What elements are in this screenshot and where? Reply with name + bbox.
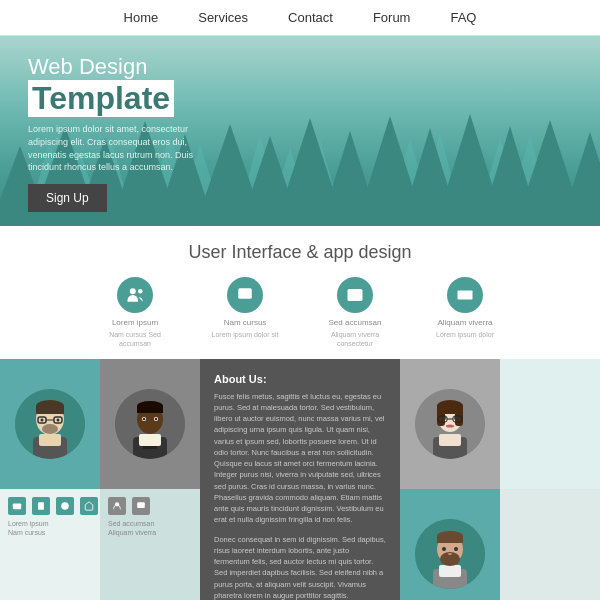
svg-rect-77 (13, 503, 21, 509)
hero-body-text: Lorem ipsum dolor sit amet, consectetur … (28, 123, 228, 173)
icon-grid-bottom-1: Lorem ipsumNam cursus (0, 489, 100, 600)
small-icon-1a (8, 497, 26, 515)
bottom-cell-label-1: Lorem ipsumNam cursus (8, 519, 48, 539)
feature-icon-2 (227, 277, 263, 313)
nav-services[interactable]: Services (198, 10, 248, 25)
svg-point-36 (138, 289, 143, 294)
features-icons: Lorem ipsum Nam cursus Sed accumsan Nam … (20, 277, 580, 349)
grid-cell-5 (500, 359, 600, 489)
avatar-3 (415, 389, 485, 459)
feature-icon-3 (337, 277, 373, 313)
feature-label-4: Aliquam viverra (437, 318, 492, 328)
feature-item-3: Sed accumsan Aliquam viverra consectetur (315, 277, 395, 349)
feature-item-4: Aliquam viverra Lorem ipsum dolor (425, 277, 505, 349)
svg-rect-39 (458, 291, 473, 300)
grid-cell-bottom-5 (500, 489, 600, 600)
icon-grid-bottom-2: Sed accumsanAliquam viverra (100, 489, 200, 600)
about-paragraph-2: Donec consequat in sem id dignissim. Sed… (214, 534, 386, 600)
svg-rect-42 (39, 434, 61, 446)
svg-point-71 (442, 416, 446, 420)
svg-rect-70 (437, 406, 463, 414)
svg-point-62 (155, 417, 157, 419)
feature-desc-1: Nam cursus Sed accumsan (95, 330, 175, 348)
svg-rect-37 (238, 288, 252, 299)
svg-rect-58 (137, 406, 163, 413)
main-nav: Home Services Contact Forum FAQ (0, 0, 600, 36)
svg-rect-87 (437, 536, 463, 543)
avatar-cell-4 (400, 489, 500, 600)
about-cell: About Us: Fusce felis metus, sagittis et… (200, 359, 400, 600)
about-title: About Us: (214, 373, 386, 385)
avatar-cell-3 (400, 359, 500, 489)
svg-rect-84 (439, 565, 461, 577)
svg-point-72 (454, 416, 458, 420)
feature-label-3: Sed accumsan (329, 318, 382, 328)
feature-item-1: Lorem ipsum Nam cursus Sed accumsan (95, 277, 175, 349)
feature-desc-2: Lorem ipsum dolor sit (212, 330, 279, 339)
hero-title-small: Web Design (28, 54, 228, 80)
svg-rect-81 (137, 502, 145, 508)
svg-point-46 (42, 424, 58, 434)
svg-point-89 (442, 547, 446, 551)
small-icon-1d (80, 497, 98, 515)
avatar-2 (115, 389, 185, 459)
feature-label-1: Lorem ipsum (112, 318, 158, 328)
feature-item-2: Nam cursus Lorem ipsum dolor sit (205, 277, 285, 349)
svg-rect-55 (139, 434, 161, 446)
small-icon-2b (132, 497, 150, 515)
avatar-cell-2 (100, 359, 200, 489)
nav-forum[interactable]: Forum (373, 10, 411, 25)
svg-point-35 (130, 288, 136, 294)
small-icon-1b (32, 497, 50, 515)
small-icons-row-2 (108, 497, 150, 515)
avatar-1 (15, 389, 85, 459)
svg-rect-38 (348, 289, 363, 301)
avatar-4 (415, 519, 485, 589)
small-icons-row-1 (8, 497, 98, 515)
hero-content: Web Design Template Lorem ipsum dolor si… (28, 54, 228, 212)
svg-point-91 (448, 553, 452, 555)
svg-rect-45 (36, 406, 64, 414)
svg-point-90 (454, 547, 458, 551)
svg-point-61 (143, 417, 145, 419)
feature-label-2: Nam cursus (224, 318, 267, 328)
bottom-cell-label-2: Sed accumsanAliquam viverra (108, 519, 156, 539)
features-section: User Interface & app design Lorem ipsum … (0, 226, 600, 359)
feature-desc-4: Lorem ipsum dolor (436, 330, 494, 339)
about-paragraph-1: Fusce felis metus, sagittis et luctus eu… (214, 391, 386, 526)
avatar-cell-1 (0, 359, 100, 489)
nav-home[interactable]: Home (124, 10, 159, 25)
small-icon-2a (108, 497, 126, 515)
feature-icon-4 (447, 277, 483, 313)
feature-icon-1 (117, 277, 153, 313)
hero-title-large: Template (28, 80, 174, 117)
svg-point-51 (57, 418, 60, 421)
svg-rect-65 (439, 434, 461, 446)
nav-contact[interactable]: Contact (288, 10, 333, 25)
features-title: User Interface & app design (20, 242, 580, 263)
small-icon-1c (56, 497, 74, 515)
svg-point-50 (41, 418, 44, 421)
bottom-grid: About Us: Fusce felis metus, sagittis et… (0, 359, 600, 600)
svg-point-73 (446, 424, 454, 427)
signup-button[interactable]: Sign Up (28, 184, 107, 212)
nav-faq[interactable]: FAQ (450, 10, 476, 25)
hero-section: Web Design Template Lorem ipsum dolor si… (0, 36, 600, 226)
feature-desc-3: Aliquam viverra consectetur (315, 330, 395, 348)
